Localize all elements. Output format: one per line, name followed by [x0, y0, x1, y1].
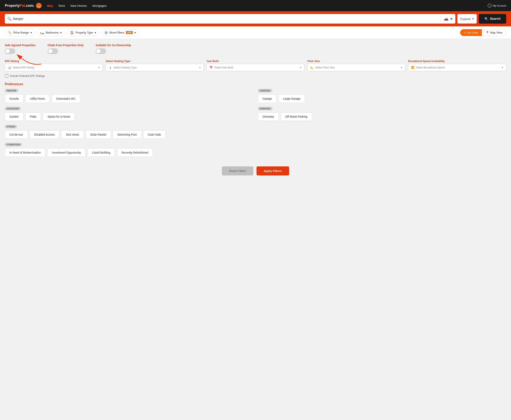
toggle-co-ownership-switch[interactable]: [96, 48, 106, 54]
heating-type-select[interactable]: 🌡️ Select Heating Type ▾: [106, 64, 204, 71]
pref-btn-swimming-pool[interactable]: Swimming Pool: [113, 130, 141, 139]
filters-row: 🏷️ Price Range ▾ 🛏️ Bedrooms ▾ 🏠 Propert…: [0, 26, 511, 39]
property-type-dropdown[interactable]: 🏠 Property Type ▾: [67, 29, 99, 36]
toggle-sale-agreed-label: Sale Agreed Properties: [5, 44, 36, 47]
preferences-section: Preferences INDOOR Ensuite Utility Room …: [5, 82, 506, 157]
toggle-sale-agreed-switch[interactable]: [5, 48, 15, 54]
outdoor-preference-row: Garden Patio Space for a Horse: [5, 112, 253, 121]
more-filters-chevron: ▾: [134, 31, 136, 34]
toggle-chain-free: Chain Free Properties Only: [48, 44, 84, 54]
bedrooms-dropdown[interactable]: 🛏️ Bedrooms ▾: [37, 29, 65, 36]
property-type-label: Property Type: [76, 31, 93, 34]
reset-filters-button[interactable]: Reset Filters: [222, 166, 253, 175]
new-badge: NEW: [126, 31, 133, 34]
search-input[interactable]: [13, 17, 437, 21]
broadband-dropdown-item: Broadband Speed Availability 📶 Select Br…: [408, 60, 506, 71]
outdoor-category-label: OUTDOOR: [5, 107, 21, 110]
garage-preference-group: GARAGE Garage Large Garage: [258, 89, 506, 103]
pref-btn-garden[interactable]: Garden: [5, 112, 23, 121]
main-content: Sale Agreed Properties Chain Free Proper…: [0, 39, 511, 157]
broadband-icon: 📶: [411, 66, 414, 69]
year-built-icon: 📅: [209, 66, 213, 69]
nav-link-mortgages[interactable]: Mortgages: [92, 4, 107, 8]
expand-button[interactable]: Expand ▾: [457, 14, 477, 24]
condition-category-label: CONDITION: [5, 143, 22, 146]
more-filters-dropdown[interactable]: ⚙️ More Filters NEW ▾: [101, 29, 139, 36]
apply-filters-button[interactable]: Apply Filters: [257, 166, 289, 175]
bedrooms-chevron: ▾: [60, 31, 62, 34]
heating-icon: 🌡️: [109, 66, 112, 69]
floor-size-placeholder: Select Floor Size: [315, 66, 335, 69]
parking-preference-group: PARKING Driveway Off Street Parking: [258, 107, 506, 121]
floor-size-label: Floor Size: [307, 60, 405, 63]
year-built-label: Year Built: [206, 60, 305, 63]
location-icon[interactable]: ➤: [450, 17, 453, 21]
map-view-button[interactable]: 📍 Map View: [482, 29, 506, 36]
pref-btn-ensuite[interactable]: Ensuite: [5, 94, 23, 103]
bedrooms-label: Bedrooms: [46, 31, 59, 34]
map-view-icon: 📍: [486, 31, 489, 34]
indoor-preference-row: Ensuite Utility Room Downstairs WC: [5, 94, 253, 103]
pref-btn-sea-views[interactable]: Sea Views: [61, 130, 84, 139]
price-range-label: Price Range: [13, 31, 29, 34]
epc-rating-select[interactable]: 📊 Select EPC Rating ▾: [5, 64, 103, 71]
pref-btn-investment[interactable]: Investment Opportunity: [47, 148, 85, 157]
epc-placeholder: Select EPC Rating: [13, 66, 34, 69]
pref-btn-modernisation[interactable]: In Need of Modernisation: [5, 148, 45, 157]
parking-preference-row: Driveway Off Street Parking: [258, 112, 506, 121]
price-range-chevron: ▾: [31, 31, 32, 34]
pref-btn-cash-sale[interactable]: Cash Sale: [143, 130, 166, 139]
heating-chevron: ▾: [199, 66, 201, 69]
pref-btn-refurbished[interactable]: Recently Refurbished: [117, 148, 153, 157]
epc-rating-dropdown-item: EPC Rating 📊 Select EPC Rating ▾: [5, 60, 103, 71]
pref-btn-garage[interactable]: Garage: [258, 94, 276, 103]
account-icon: ✓: [488, 4, 492, 8]
price-range-dropdown[interactable]: 🏷️ Price Range ▾: [5, 29, 35, 36]
pref-btn-cul-de-sac[interactable]: Cul-de-sac: [5, 130, 28, 139]
indoor-category-label: INDOOR: [5, 89, 18, 92]
bedrooms-icon: 🛏️: [40, 30, 44, 34]
pref-btn-listed[interactable]: Listed Building: [87, 148, 115, 157]
condition-preference-row: In Need of Modernisation Investment Oppo…: [5, 148, 506, 157]
heating-type-label: Select Heating Type: [106, 60, 204, 63]
epc-checkbox-label: Include Potential EPC Ratings: [10, 75, 45, 77]
broadband-select[interactable]: 📶 Select Broadband Speed ▾: [408, 64, 506, 71]
pref-btn-space-horse[interactable]: Space for a Horse: [43, 112, 75, 121]
list-view-label: List View: [467, 31, 478, 34]
other-category-label: OTHER: [5, 125, 17, 128]
year-built-placeholder: Select Year Built: [214, 66, 233, 69]
outdoor-preference-group: OUTDOOR Garden Patio Space for a Horse: [5, 107, 253, 121]
pref-btn-large-garage[interactable]: Large Garage: [279, 94, 305, 103]
pref-btn-utility-room[interactable]: Utility Room: [25, 94, 50, 103]
pref-btn-disabled-access[interactable]: Disabled Access: [30, 130, 59, 139]
car-icon[interactable]: 🚗: [444, 17, 448, 21]
logo-text: PropertyPal.com.: [5, 4, 34, 8]
search-divider: [441, 16, 441, 22]
search-submit-label: Search: [490, 17, 501, 21]
nav-link-new-homes[interactable]: New Homes: [70, 4, 87, 8]
toggle-chain-free-switch[interactable]: [48, 48, 58, 54]
epc-checkbox-row: Include Potential EPC Ratings: [5, 74, 506, 78]
pref-btn-driveway[interactable]: Driveway: [258, 112, 279, 121]
account-label: My Account: [493, 4, 506, 7]
pref-btn-off-street[interactable]: Off Street Parking: [281, 112, 312, 121]
pref-btn-patio[interactable]: Patio: [25, 112, 41, 121]
floor-size-select[interactable]: 📐 Select Floor Size ▾: [307, 64, 405, 71]
toggles-section: Sale Agreed Properties Chain Free Proper…: [5, 44, 506, 54]
my-account[interactable]: ✓ My Account: [488, 4, 506, 8]
nav-link-buy[interactable]: Buy: [47, 4, 53, 8]
nav-link-rent[interactable]: Rent: [58, 4, 65, 8]
epc-checkbox[interactable]: [5, 74, 8, 78]
toggle-co-ownership: Suitable for Co-Ownership: [96, 44, 131, 54]
search-submit-button[interactable]: 🔍 Search: [479, 14, 506, 24]
logo[interactable]: PropertyPal.com. 🦊: [5, 3, 42, 8]
list-view-button[interactable]: ≡ List View: [460, 29, 482, 36]
property-type-chevron: ▾: [95, 31, 96, 34]
list-view-icon: ≡: [464, 31, 465, 34]
year-built-select[interactable]: 📅 Select Year Built ▾: [206, 64, 305, 71]
expand-label: Expand: [460, 17, 471, 21]
pref-btn-solar-panels[interactable]: Solar Panels: [86, 130, 111, 139]
pref-btn-downstairs-wc[interactable]: Downstairs WC: [52, 94, 80, 103]
epc-icon: 📊: [8, 66, 11, 69]
heating-type-dropdown-item: Select Heating Type 🌡️ Select Heating Ty…: [106, 60, 204, 71]
